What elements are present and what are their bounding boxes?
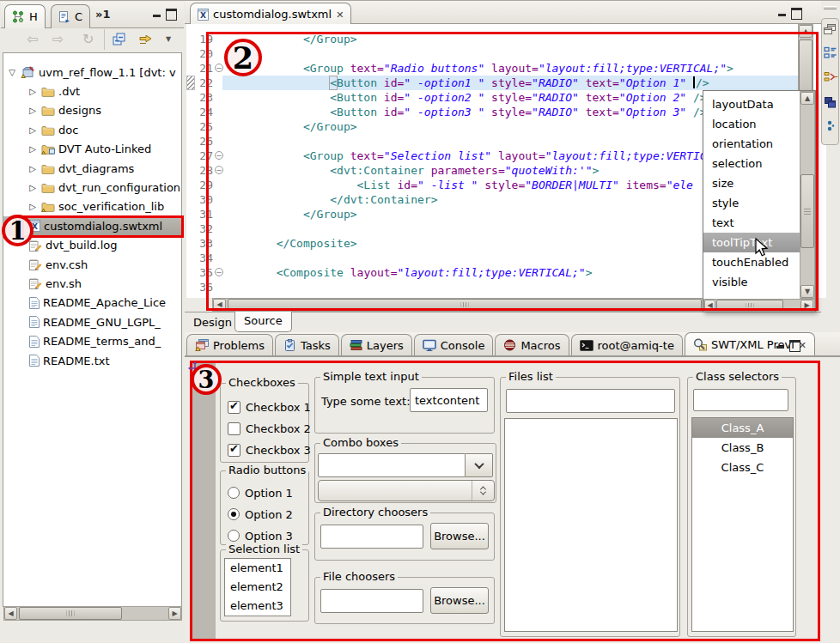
- tab-label: Tasks: [301, 339, 331, 352]
- annotation-box-preview: [190, 361, 820, 641]
- mouse-cursor-icon: [754, 238, 770, 258]
- tab-root-amiq-te[interactable]: root@amiq-te: [571, 334, 683, 355]
- tree-item[interactable]: ▽uvm_ref_flow_1.1 [dvt: v: [3, 63, 181, 82]
- tab-compile-order[interactable]: C: [51, 4, 90, 28]
- collapse-all-icon[interactable]: [113, 33, 126, 45]
- link-with-editor-icon[interactable]: [138, 33, 153, 45]
- tab-label: Console: [441, 339, 485, 352]
- up-icon[interactable]: ↻: [82, 32, 94, 47]
- maximize-button[interactable]: [791, 8, 802, 17]
- text-file-icon: [29, 316, 40, 328]
- tree-item[interactable]: README_GNU_LGPL_: [3, 312, 181, 331]
- tree-item[interactable]: ▷soc_verification_lib: [3, 197, 181, 216]
- expander-icon[interactable]: ▷: [27, 125, 38, 135]
- expander-icon[interactable]: ▷: [27, 144, 38, 154]
- editor-tab-title: customdialog.swtxml: [213, 8, 332, 21]
- folder-icon: [41, 124, 55, 136]
- back-icon[interactable]: ⇦: [27, 32, 38, 47]
- expander-icon[interactable]: ▷: [27, 183, 38, 192]
- tab-design[interactable]: Design: [193, 316, 232, 329]
- editor-page-tabs: Design Source: [185, 312, 821, 332]
- tree-item[interactable]: README_Apache_Lice: [3, 294, 181, 312]
- tree-item-label: dvt_diagrams: [58, 162, 134, 175]
- explorer-tabbar: H C »1: [1, 2, 184, 28]
- view-menu-icon[interactable]: ▼: [166, 35, 171, 43]
- project-icon: [21, 66, 35, 78]
- auto-linked-folder-icon: [41, 143, 55, 155]
- tab-problems[interactable]: Problems: [186, 334, 273, 355]
- scrollbar-thumb[interactable]: [19, 607, 122, 620]
- maximize-button[interactable]: [166, 9, 177, 18]
- explorer-toolbar: ⇦ ⇨ ↻ ▼: [1, 29, 184, 52]
- drag-handle[interactable]: [824, 6, 837, 9]
- minimized-views: [821, 18, 839, 145]
- editor-tabbar: X customdialog.swtxml: [185, 1, 821, 24]
- tree-item-label: README_Apache_Lice: [43, 296, 166, 309]
- scroll-left-icon[interactable]: ◀: [4, 607, 17, 620]
- tab-layers[interactable]: Layers: [341, 334, 412, 355]
- forward-icon[interactable]: ⇨: [52, 32, 64, 47]
- tree-item-label: doc: [58, 124, 78, 136]
- folder-icon: [41, 163, 55, 174]
- compile-icon: [58, 10, 70, 23]
- tab-macros[interactable]: Macros: [495, 334, 569, 355]
- tab-label: Macros: [520, 339, 560, 352]
- text-file-icon: [29, 336, 40, 348]
- tree-item-label: README.txt: [43, 355, 110, 367]
- warned-folder-icon: [41, 201, 55, 212]
- explorer-hscrollbar[interactable]: ◀ ▶: [3, 606, 182, 621]
- folder-icon: [41, 182, 55, 193]
- editor-tab-customdialog[interactable]: X customdialog.swtxml: [190, 3, 351, 25]
- tree-item[interactable]: ▷dvt_diagrams: [3, 159, 181, 178]
- tree-item-label: README_GNU_LGPL_: [43, 316, 161, 329]
- expander-icon[interactable]: ▷: [27, 202, 38, 211]
- swt-preview-icon: [693, 338, 707, 351]
- tree-item[interactable]: ▷doc: [3, 120, 181, 139]
- scroll-right-icon[interactable]: ▶: [168, 607, 181, 620]
- tab-hierarchy-label: H: [29, 10, 38, 23]
- minimize-button[interactable]: [777, 9, 788, 18]
- tree-item-label: designs: [58, 104, 101, 117]
- tree-item[interactable]: README.txt: [3, 351, 181, 370]
- close-icon[interactable]: [336, 8, 344, 21]
- tree-item[interactable]: ▷designs: [3, 101, 181, 120]
- linked-resources-icon[interactable]: [824, 70, 838, 83]
- expander-icon[interactable]: ▷: [27, 106, 38, 115]
- tree-item[interactable]: env.csh: [3, 255, 181, 274]
- hidden-tabs-chevron[interactable]: »1: [95, 8, 110, 21]
- tree-item-label: soc_verification_lib: [58, 200, 164, 213]
- tree-item-label: uvm_ref_flow_1.1 [dvt: v: [39, 66, 176, 79]
- maximize-button[interactable]: [789, 340, 800, 349]
- svg-text:X: X: [200, 11, 206, 20]
- tab-tasks[interactable]: Tasks: [275, 334, 339, 355]
- tree-item[interactable]: ▷.dvt: [3, 82, 181, 100]
- tree-item-label: dvt_build.log: [46, 239, 117, 252]
- console-icon: [423, 339, 436, 351]
- restore-view-icon[interactable]: [824, 24, 836, 35]
- text-file-icon: [29, 355, 40, 367]
- hierarchy-icon: [12, 10, 25, 23]
- expander-icon[interactable]: ▷: [27, 164, 38, 173]
- fast-view-bar: [821, 1, 840, 332]
- annotation-ruler: [186, 24, 195, 298]
- minimize-button[interactable]: [152, 9, 163, 19]
- tree-item[interactable]: README_terms_and_: [3, 331, 181, 350]
- range-indicator: [186, 76, 195, 90]
- tab-hierarchy[interactable]: H: [4, 4, 46, 28]
- bottom-tabs: ProblemsTasksLayersConsoleMacrosroot@ami…: [186, 332, 817, 355]
- outline-view-icon[interactable]: [824, 46, 837, 59]
- tab-label: Problems: [213, 339, 265, 352]
- text-file-icon: [29, 297, 40, 309]
- tree-item[interactable]: ▷dvt_run_configuration: [3, 178, 181, 197]
- tree-item[interactable]: env.sh: [3, 274, 181, 293]
- windows-view-icon[interactable]: [824, 96, 837, 109]
- tab-console[interactable]: Console: [414, 334, 494, 355]
- tree-item[interactable]: ▷DVT Auto-Linked: [3, 140, 181, 159]
- expander-icon[interactable]: ▷: [27, 87, 38, 96]
- more-views-icon[interactable]: [826, 120, 835, 133]
- expander-icon[interactable]: ▽: [7, 68, 17, 77]
- annotation-badge-3: 3: [191, 364, 222, 395]
- minimize-button[interactable]: [776, 341, 787, 350]
- xml-file-icon: X: [198, 9, 209, 21]
- tab-source[interactable]: Source: [234, 312, 292, 332]
